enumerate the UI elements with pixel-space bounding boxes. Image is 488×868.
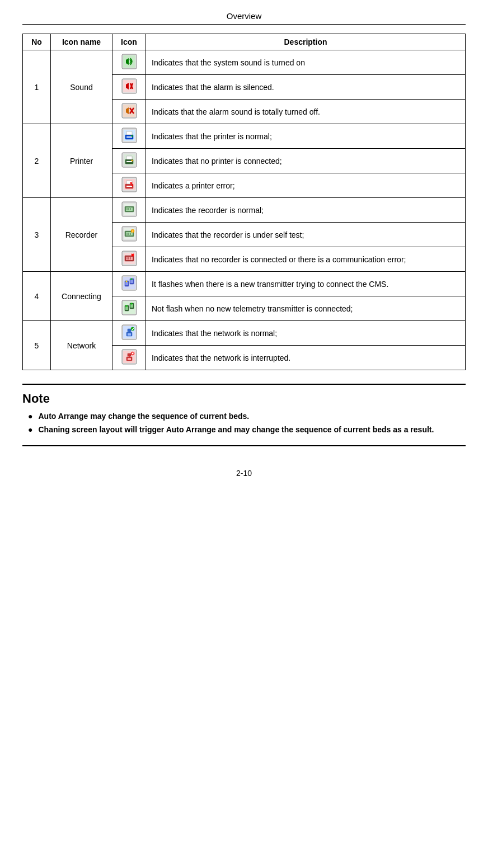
connecting-idle-icon bbox=[121, 300, 137, 315]
row-icon-name: Connecting bbox=[51, 272, 112, 321]
row-icon-cell bbox=[112, 75, 146, 100]
row-number: 5 bbox=[23, 321, 51, 370]
row-description: Indicates that the system sound is turne… bbox=[146, 50, 466, 75]
row-description: Indicates a printer error; bbox=[146, 173, 466, 198]
row-description: Indicates that the network is normal; bbox=[146, 321, 466, 346]
recorder-normal-icon bbox=[121, 201, 137, 217]
table-row: 4ConnectingIt flashes when there is a ne… bbox=[23, 272, 466, 296]
recorder-error-icon bbox=[121, 251, 137, 266]
row-number: 4 bbox=[23, 272, 51, 321]
row-description: Indicates the recorder is normal; bbox=[146, 198, 466, 223]
row-description: Indicates that the alarm is silenced. bbox=[146, 75, 466, 100]
note-item: Chaning screen layout will trigger Auto … bbox=[28, 425, 466, 434]
row-icon-name: Sound bbox=[51, 50, 112, 124]
recorder-self-test-icon bbox=[121, 226, 137, 242]
table-row: 5NetworkIndicates that the network is no… bbox=[23, 321, 466, 346]
sound-on-icon bbox=[121, 54, 137, 69]
row-icon-cell bbox=[112, 173, 146, 198]
note-section: Note Auto Arrange may change the sequenc… bbox=[22, 384, 466, 446]
network-interrupted-icon bbox=[121, 349, 137, 365]
alarm-silenced-icon bbox=[121, 78, 137, 94]
row-description: Indicates that the printer is normal; bbox=[146, 124, 466, 149]
row-icon-cell bbox=[112, 321, 146, 346]
table-row: 1SoundIndicates that the system sound is… bbox=[23, 50, 466, 75]
page-footer: 2-10 bbox=[22, 469, 466, 478]
row-description: Indicates that the recorder is under sel… bbox=[146, 223, 466, 247]
header-icon-name: Icon name bbox=[51, 34, 112, 50]
row-number: 1 bbox=[23, 50, 51, 124]
alarm-off-icon bbox=[121, 103, 137, 119]
row-icon-cell bbox=[112, 296, 146, 321]
printer-error-icon bbox=[121, 177, 137, 192]
header-icon: Icon bbox=[112, 34, 146, 50]
header-no: No bbox=[23, 34, 51, 50]
note-title: Note bbox=[22, 391, 466, 406]
row-icon-cell bbox=[112, 50, 146, 75]
row-icon-cell bbox=[112, 100, 146, 124]
network-normal-icon bbox=[121, 324, 137, 340]
note-item: Auto Arrange may change the sequence of … bbox=[28, 412, 466, 421]
table-row: 2PrinterIndicates that the printer is no… bbox=[23, 124, 466, 149]
printer-normal-icon bbox=[121, 128, 137, 143]
row-icon-cell bbox=[112, 124, 146, 149]
icon-table: No Icon name Icon Description 1SoundIndi… bbox=[22, 34, 466, 370]
row-icon-name: Network bbox=[51, 321, 112, 370]
row-description: Indicates that no printer is connected; bbox=[146, 149, 466, 173]
page-title: Overview bbox=[22, 11, 466, 25]
row-description: It flashes when there is a new transmitt… bbox=[146, 272, 466, 296]
row-description: Indicats that the alarm sound is totally… bbox=[146, 100, 466, 124]
row-description: Indicates that the network is interrupte… bbox=[146, 346, 466, 370]
row-icon-cell bbox=[112, 198, 146, 223]
row-icon-cell bbox=[112, 346, 146, 370]
connecting-new-icon bbox=[121, 275, 137, 291]
row-icon-cell bbox=[112, 223, 146, 247]
row-number: 3 bbox=[23, 198, 51, 272]
header-description: Description bbox=[146, 34, 466, 50]
row-icon-cell bbox=[112, 247, 146, 272]
row-description: Indicates that no recorder is connected … bbox=[146, 247, 466, 272]
row-number: 2 bbox=[23, 124, 51, 198]
row-icon-cell bbox=[112, 272, 146, 296]
row-icon-name: Recorder bbox=[51, 198, 112, 272]
table-row: 3RecorderIndicates the recorder is norma… bbox=[23, 198, 466, 223]
row-icon-cell bbox=[112, 149, 146, 173]
row-icon-name: Printer bbox=[51, 124, 112, 198]
row-description: Not flash when no new telemetry transmit… bbox=[146, 296, 466, 321]
printer-disconnected-icon bbox=[121, 152, 137, 168]
note-list: Auto Arrange may change the sequence of … bbox=[22, 412, 466, 434]
